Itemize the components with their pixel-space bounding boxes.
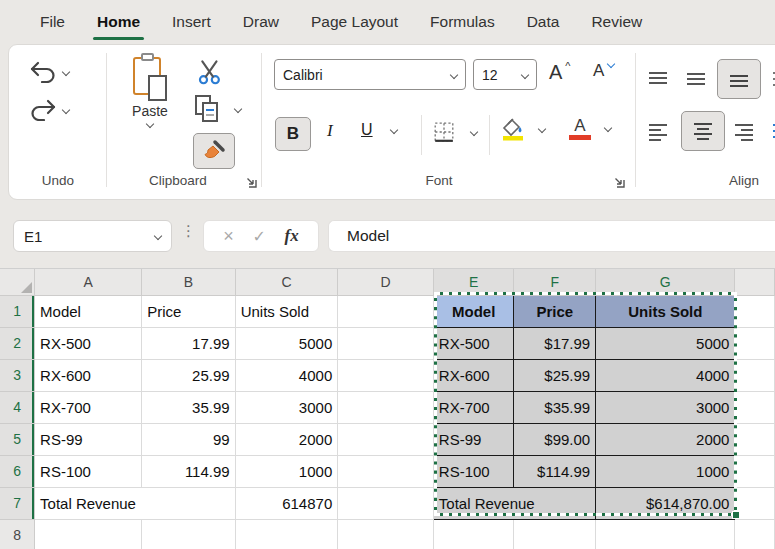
font-dialog-launcher-icon[interactable]	[613, 175, 627, 189]
cell-C4[interactable]: 3000	[235, 391, 338, 423]
cell-H3[interactable]	[735, 359, 775, 391]
row-header-8[interactable]: 8	[0, 519, 35, 549]
font-size-combobox[interactable]: 12	[473, 59, 537, 90]
decrease-font-size-button[interactable]: A	[593, 61, 614, 81]
row-header-5[interactable]: 5	[0, 423, 35, 455]
top-align-button[interactable]	[647, 71, 669, 87]
bold-button[interactable]: B	[275, 117, 311, 151]
cell-C7[interactable]: 614870	[235, 487, 338, 519]
cell-H2[interactable]	[735, 327, 775, 359]
bottom-align-icon	[728, 71, 750, 87]
cell-D3[interactable]	[338, 359, 434, 391]
cell-B2[interactable]: 17.99	[142, 327, 235, 359]
clipped-merge-center-icon[interactable]	[771, 123, 775, 139]
row-header-7[interactable]: 7	[0, 487, 35, 519]
cut-button[interactable]	[197, 59, 223, 85]
cell-D4[interactable]	[338, 391, 434, 423]
column-header-H-partial[interactable]	[735, 269, 775, 295]
italic-button[interactable]: I	[327, 121, 333, 141]
column-header-B[interactable]: B	[142, 269, 235, 295]
cell-H5[interactable]	[735, 423, 775, 455]
cell-A2[interactable]: RX-500	[35, 327, 142, 359]
formula-input[interactable]: Model	[328, 220, 775, 252]
cell-A6[interactable]: RS-100	[35, 455, 142, 487]
tab-data[interactable]: Data	[517, 1, 570, 43]
cell-D5[interactable]	[338, 423, 434, 455]
fill-handle[interactable]	[732, 511, 740, 519]
cell-C2[interactable]: 5000	[235, 327, 338, 359]
column-header-D[interactable]: D	[338, 269, 434, 295]
cell-D2[interactable]	[338, 327, 434, 359]
cell-B3[interactable]: 25.99	[142, 359, 235, 391]
cell-H6[interactable]	[735, 455, 775, 487]
cell-D6[interactable]	[338, 455, 434, 487]
formula-bar-grip-icon[interactable]: ⋮	[181, 226, 196, 236]
tab-file[interactable]: File	[30, 1, 75, 43]
align-left-button[interactable]	[647, 123, 669, 141]
row-header-1[interactable]: 1	[0, 295, 35, 327]
tab-review[interactable]: Review	[581, 1, 652, 43]
middle-align-button[interactable]	[685, 71, 707, 87]
copy-button[interactable]	[195, 95, 241, 123]
tab-insert[interactable]: Insert	[162, 1, 221, 43]
cell-B4[interactable]: 35.99	[142, 391, 235, 423]
underline-button[interactable]: U	[361, 121, 397, 139]
select-all-corner[interactable]	[0, 269, 35, 295]
row-header-6[interactable]: 6	[0, 455, 35, 487]
cell-D7[interactable]	[338, 487, 434, 519]
format-painter-button[interactable]	[193, 133, 235, 169]
cell-D1[interactable]	[338, 295, 434, 327]
clipped-wrap-text-icon[interactable]	[771, 71, 775, 87]
cell-A1[interactable]: Model	[35, 295, 142, 327]
cell-H1[interactable]	[735, 295, 775, 327]
align-right-button[interactable]	[733, 123, 755, 141]
cell-B5[interactable]: 99	[142, 423, 235, 455]
copy-icon	[195, 95, 221, 123]
cell-H8[interactable]	[735, 519, 775, 549]
paste-button[interactable]: Paste	[117, 55, 183, 127]
undo-button[interactable]	[29, 61, 69, 83]
column-header-C[interactable]: C	[235, 269, 338, 295]
cell-C3[interactable]: 4000	[235, 359, 338, 391]
cancel-icon[interactable]: ×	[223, 226, 234, 247]
bottom-align-button[interactable]	[717, 59, 761, 99]
fill-color-button[interactable]	[501, 117, 545, 141]
name-box[interactable]: E1	[13, 220, 172, 252]
ribbon-panel: Undo Paste	[8, 44, 775, 200]
font-color-button[interactable]: A	[569, 117, 611, 140]
tab-home[interactable]: Home	[87, 1, 150, 43]
tab-formulas[interactable]: Formulas	[420, 1, 505, 43]
borders-button[interactable]	[433, 121, 477, 143]
row-header-4[interactable]: 4	[0, 391, 35, 423]
cell-C8[interactable]	[235, 519, 338, 549]
cell-D8[interactable]	[338, 519, 434, 549]
cell-C5[interactable]: 2000	[235, 423, 338, 455]
cell-A3[interactable]: RX-600	[35, 359, 142, 391]
cell-A8[interactable]	[35, 519, 142, 549]
redo-button[interactable]	[29, 99, 69, 121]
cell-C1[interactable]: Units Sold	[235, 295, 338, 327]
increase-font-size-button[interactable]: A ^	[549, 61, 571, 84]
clipboard-dialog-launcher-icon[interactable]	[245, 175, 259, 189]
cell-A4[interactable]: RX-700	[35, 391, 142, 423]
cell-A7[interactable]: Total Revenue	[35, 487, 236, 519]
cell-G8[interactable]	[596, 519, 735, 549]
cell-H7[interactable]	[735, 487, 775, 519]
cell-F8[interactable]	[514, 519, 596, 549]
cell-C6[interactable]: 1000	[235, 455, 338, 487]
insert-function-icon[interactable]: fx	[284, 226, 298, 246]
cell-B8[interactable]	[142, 519, 235, 549]
column-header-A[interactable]: A	[35, 269, 142, 295]
row-header-2[interactable]: 2	[0, 327, 35, 359]
cell-B1[interactable]: Price	[142, 295, 235, 327]
tab-page-layout[interactable]: Page Layout	[301, 1, 408, 43]
cell-A5[interactable]: RS-99	[35, 423, 142, 455]
row-header-3[interactable]: 3	[0, 359, 35, 391]
font-name-combobox[interactable]: Calibri	[274, 59, 466, 90]
cell-H4[interactable]	[735, 391, 775, 423]
cell-E8[interactable]	[433, 519, 514, 549]
cell-B6[interactable]: 114.99	[142, 455, 235, 487]
tab-draw[interactable]: Draw	[233, 1, 289, 43]
enter-check-icon[interactable]: ✓	[252, 227, 265, 246]
center-button[interactable]	[681, 111, 725, 151]
